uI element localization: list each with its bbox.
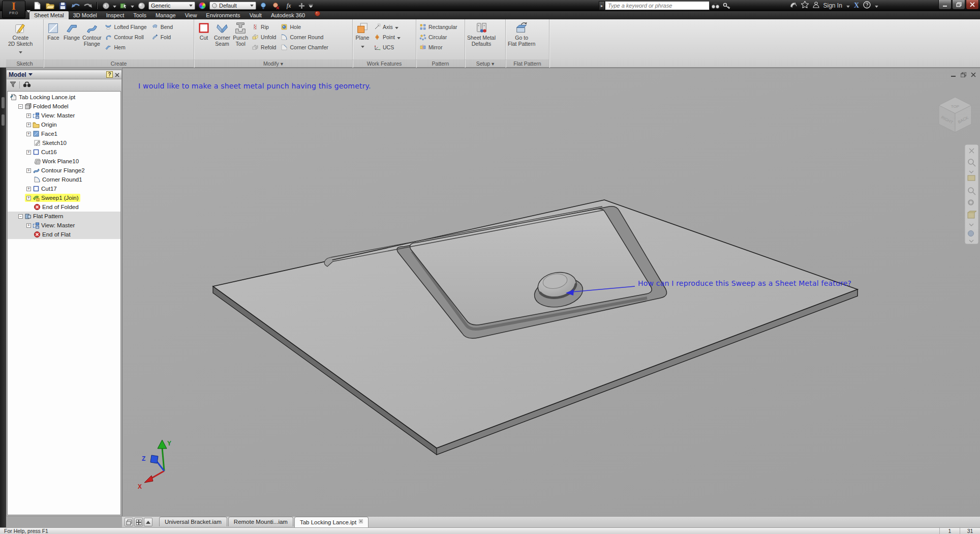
appearance-wheel-icon[interactable] <box>197 1 208 10</box>
browser-help-icon[interactable]: ? <box>106 71 113 78</box>
tree-item-face1[interactable]: +Face1 <box>8 129 120 138</box>
help-caret-icon[interactable] <box>875 1 878 10</box>
doc-tab-universal-bracket-iam[interactable]: Universal Bracket.iam <box>159 517 227 526</box>
rectangular-button[interactable]: Rectangular <box>417 22 460 32</box>
tree-expander[interactable]: + <box>26 223 31 228</box>
update-caret-icon[interactable] <box>113 1 116 10</box>
tab-tools[interactable]: Tools <box>129 11 151 19</box>
punch-tool-button[interactable]: PunchTool <box>232 20 249 60</box>
doc-tab-close-icon[interactable] <box>359 519 363 526</box>
tree-item-corner-round1[interactable]: Corner Round1 <box>8 175 120 184</box>
ucs-button[interactable]: UCS <box>372 42 403 52</box>
tree-item-label[interactable]: End of Folded <box>42 204 79 210</box>
tree-item-cut17[interactable]: +Cut17 <box>8 184 120 193</box>
navigation-bar[interactable] <box>965 144 978 244</box>
browser-title-caret-icon[interactable] <box>28 73 33 76</box>
tree-expander[interactable]: + <box>26 113 31 118</box>
subscription-icon[interactable] <box>789 1 797 10</box>
search-binoculars-icon[interactable] <box>710 1 721 10</box>
doc-minimize-icon[interactable] <box>951 70 956 79</box>
corner-seam-button[interactable]: CornerSeam <box>213 20 231 60</box>
hole-button[interactable]: Hole <box>279 22 330 32</box>
sign-in-button[interactable]: Sign In <box>823 2 842 9</box>
strip-handle-icon[interactable] <box>2 97 5 108</box>
exchange-apps-icon[interactable]: X <box>854 2 859 10</box>
save-button[interactable] <box>57 1 68 10</box>
help-icon[interactable] <box>863 1 871 11</box>
panel-label-flat-pattern[interactable]: Flat Pattern <box>506 60 549 68</box>
tree-expander[interactable]: − <box>18 214 23 219</box>
tree-item-label[interactable]: Work Plane10 <box>42 158 79 164</box>
cut-button[interactable]: Cut <box>195 20 212 60</box>
unfold-button[interactable]: Unfold <box>250 32 278 42</box>
cascade-windows-icon[interactable] <box>125 518 133 526</box>
application-menu-caret-icon[interactable] <box>26 6 30 15</box>
plane-button[interactable]: Plane <box>354 20 371 60</box>
tab-manage[interactable]: Manage <box>151 11 180 19</box>
tree-item-end-of-flat[interactable]: End of Flat <box>8 230 120 239</box>
search-flyout-icon[interactable]: ▸ <box>599 1 605 10</box>
viewport[interactable]: Y Z X TOP RIGHT BACK I would lik <box>122 68 980 516</box>
tree-expander[interactable]: + <box>26 196 31 200</box>
model-canvas[interactable]: Y Z X TOP RIGHT BACK <box>122 68 980 516</box>
tree-item-cut16[interactable]: +Cut16 <box>8 147 120 157</box>
update-button[interactable] <box>100 1 111 10</box>
insert-plus-icon[interactable] <box>296 1 307 10</box>
doc-tab-remote-mounti-iam[interactable]: Remote Mounti...iam <box>228 517 293 526</box>
search-key-icon[interactable] <box>721 1 732 10</box>
flange-button[interactable]: Flange <box>63 20 81 60</box>
tree-item-label[interactable]: Cut16 <box>41 149 57 155</box>
find-binoculars-icon[interactable] <box>23 80 31 90</box>
qat-customize-button[interactable] <box>309 1 313 10</box>
select-caret-icon[interactable] <box>131 1 134 10</box>
doc-restore-icon[interactable] <box>961 70 966 79</box>
face-button[interactable]: Face <box>45 20 62 60</box>
axis-button[interactable]: Axis <box>372 22 403 32</box>
tab-vault[interactable]: Vault <box>245 11 266 19</box>
contour-flange-button[interactable]: ContourFlange <box>81 20 102 60</box>
tab-view[interactable]: View <box>180 11 202 19</box>
tree-item-view-master[interactable]: +View: Master <box>8 111 120 120</box>
circular-button[interactable]: Circular <box>417 32 460 42</box>
adjust-appearance-button[interactable] <box>258 1 269 10</box>
iproperties-button[interactable] <box>136 1 147 10</box>
tree-item-label[interactable]: View: Master <box>41 222 75 228</box>
appearance-combo[interactable]: Default <box>209 2 256 10</box>
tree-item-tab-locking-lance-ipt[interactable]: Tab Locking Lance.ipt <box>8 93 120 102</box>
bend-button[interactable]: Bend <box>149 22 175 32</box>
tab-inspect[interactable]: Inspect <box>102 11 129 19</box>
tree-expander[interactable]: + <box>26 168 31 173</box>
sheet-metal-defaults-button[interactable]: Sheet MetalDefaults <box>466 20 497 60</box>
clear-override-button[interactable] <box>270 1 282 10</box>
new-file-button[interactable] <box>32 1 43 10</box>
redo-button[interactable] <box>82 1 94 10</box>
tree-item-label[interactable]: Origin <box>41 122 57 128</box>
sheet-metal-part[interactable] <box>213 200 858 455</box>
filter-icon[interactable] <box>10 80 16 90</box>
tree-item-sketch10[interactable]: Sketch10 <box>8 138 120 147</box>
tree-item-label[interactable]: Sketch10 <box>42 140 67 146</box>
tree-item-view-master[interactable]: +View: Master <box>8 221 120 230</box>
tab-autodesk-360[interactable]: Autodesk 360 <box>266 11 310 19</box>
tile-windows-icon[interactable] <box>134 518 143 526</box>
tree-item-folded-model[interactable]: −Folded Model <box>8 102 120 111</box>
select-button[interactable] <box>118 1 129 10</box>
tree-item-label[interactable]: Face1 <box>41 131 57 137</box>
material-combo[interactable]: Generic <box>148 2 195 10</box>
close-button[interactable] <box>966 0 979 10</box>
tree-item-label[interactable]: Cut17 <box>41 186 57 192</box>
tree-item-label[interactable]: Sweep1 (Join) <box>41 195 79 201</box>
tree-expander[interactable]: + <box>26 132 31 136</box>
panel-label-create[interactable]: Create <box>44 60 194 68</box>
application-menu-button[interactable]: I PRO <box>2 1 25 18</box>
expand-tabbar-icon[interactable] <box>144 518 152 526</box>
doc-close-icon[interactable] <box>971 70 976 79</box>
fold-button[interactable]: Fold <box>149 32 175 42</box>
create-2d-sketch-button[interactable]: Create2D Sketch <box>7 20 34 60</box>
sign-in-caret-icon[interactable] <box>846 1 850 10</box>
tree-expander[interactable]: − <box>18 104 23 109</box>
tree-item-contour-flange2[interactable]: +Contour Flange2 <box>8 166 120 175</box>
tree-item-label[interactable]: Folded Model <box>33 103 69 109</box>
tree-item-end-of-folded[interactable]: End of Folded <box>8 202 120 212</box>
doc-tab-tab-locking-lance-ipt[interactable]: Tab Locking Lance.ipt <box>294 517 369 527</box>
